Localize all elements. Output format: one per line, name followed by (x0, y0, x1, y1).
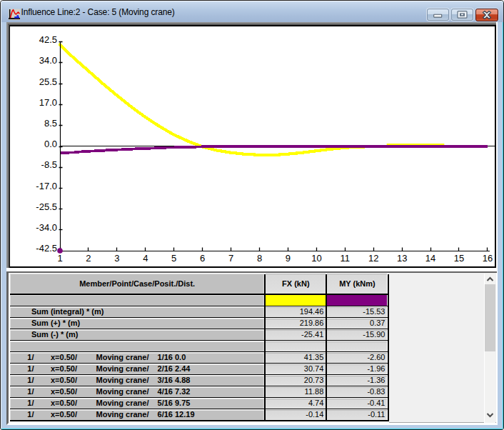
svg-text:13: 13 (397, 253, 407, 264)
svg-text:-25.5: -25.5 (36, 201, 57, 212)
svg-text:11: 11 (341, 253, 351, 264)
svg-text:0.0: 0.0 (44, 139, 57, 149)
svg-text:-8.5: -8.5 (41, 159, 57, 170)
svg-text:7: 7 (228, 253, 233, 264)
svg-text:17.0: 17.0 (39, 97, 57, 108)
svg-text:3: 3 (114, 253, 119, 264)
svg-text:5: 5 (171, 253, 176, 264)
svg-text:15: 15 (454, 253, 464, 264)
svg-text:2: 2 (86, 253, 91, 264)
svg-text:-17.0: -17.0 (36, 181, 57, 191)
svg-text:-34.0: -34.0 (36, 222, 57, 233)
svg-text:6: 6 (200, 253, 205, 264)
svg-text:10: 10 (311, 253, 321, 264)
svg-text:1: 1 (57, 253, 62, 264)
svg-text:9: 9 (286, 253, 291, 264)
svg-text:34.0: 34.0 (39, 55, 57, 66)
svg-text:25.5: 25.5 (39, 76, 57, 87)
svg-text:8: 8 (257, 253, 262, 264)
svg-text:4: 4 (143, 253, 148, 264)
svg-text:14: 14 (425, 253, 435, 264)
svg-text:42.5: 42.5 (39, 34, 57, 45)
svg-text:12: 12 (368, 253, 378, 264)
svg-text:16: 16 (483, 253, 493, 264)
svg-text:8.5: 8.5 (44, 118, 57, 129)
svg-text:-42.5: -42.5 (36, 243, 57, 254)
